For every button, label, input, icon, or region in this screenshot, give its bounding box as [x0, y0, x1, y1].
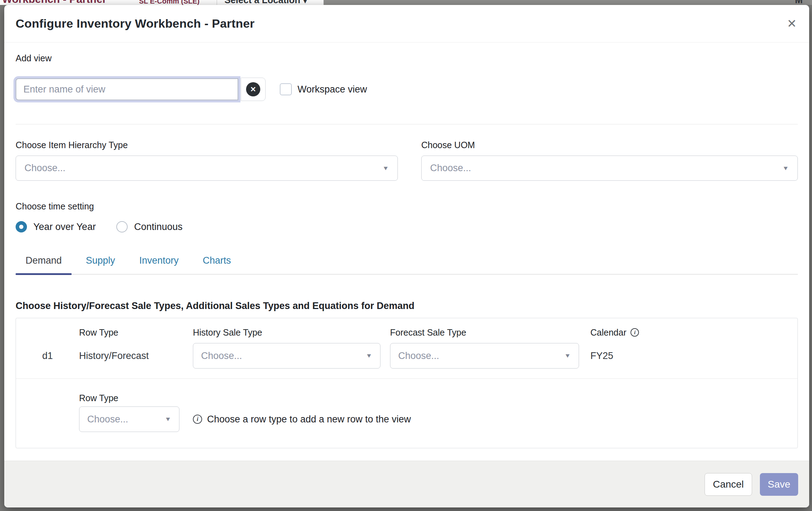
history-sale-type-header: History Sale Type	[193, 326, 390, 339]
add-row-type-cell: Row Type Choose... ▼	[79, 392, 193, 432]
history-sale-type-select[interactable]: Choose... ▼	[193, 343, 380, 369]
add-row-section: Row Type Choose... ▼ i Choose a row type…	[16, 379, 797, 432]
item-hierarchy-field: Choose Item Hierarchy Type Choose... ▼	[16, 139, 398, 181]
radio-year-over-year[interactable]	[16, 221, 27, 232]
close-icon[interactable]: ✕	[785, 16, 798, 31]
clear-input-button[interactable]: ✕	[241, 78, 266, 101]
uom-select[interactable]: Choose... ▼	[421, 156, 798, 181]
time-setting-options: Year over Year Continuous	[16, 220, 798, 233]
radio-continuous-label: Continuous	[134, 221, 183, 232]
calendar-cell: Calendar i FY25	[590, 326, 797, 369]
tab-supply[interactable]: Supply	[76, 256, 125, 274]
tab-charts[interactable]: Charts	[193, 256, 241, 274]
section-divider	[16, 124, 798, 124]
radio-year-over-year-label: Year over Year	[33, 221, 96, 232]
forecast-sale-type-value: Choose...	[398, 350, 439, 361]
chevron-down-icon: ▼	[382, 165, 389, 172]
add-row-hint: i Choose a row type to add a new row to …	[193, 406, 797, 432]
calendar-value: FY25	[590, 343, 797, 369]
info-icon[interactable]: i	[630, 328, 639, 337]
add-row-type-select[interactable]: Choose... ▼	[79, 406, 179, 432]
row-id-cell: d1	[16, 326, 79, 369]
uom-value: Choose...	[430, 163, 471, 174]
calendar-header: Calendar	[590, 326, 626, 339]
table-row: d1 Row Type History/Forecast History Sal…	[16, 318, 797, 379]
add-row-hint-text: Choose a row type to add a new row to th…	[207, 414, 411, 425]
cancel-button[interactable]: Cancel	[705, 473, 752, 496]
workspace-view-label: Workspace view	[297, 84, 367, 95]
tab-bar: Demand Supply Inventory Charts	[16, 256, 798, 275]
add-row-type-value: Choose...	[87, 414, 128, 425]
modal-header: Configure Inventory Workbench - Partner …	[4, 5, 809, 43]
forecast-sale-type-cell: Forecast Sale Type Choose... ▼	[390, 326, 590, 369]
row-type-cell: Row Type History/Forecast	[79, 326, 193, 369]
tab-inventory[interactable]: Inventory	[129, 256, 189, 274]
select-row: Choose Item Hierarchy Type Choose... ▼ C…	[16, 139, 798, 181]
modal-footer: Cancel Save	[4, 461, 809, 507]
tab-demand[interactable]: Demand	[16, 256, 72, 274]
row-id: d1	[16, 343, 79, 369]
history-sale-type-cell: History Sale Type Choose... ▼	[193, 326, 390, 369]
chevron-down-icon: ▼	[782, 165, 789, 172]
add-view-label: Add view	[16, 52, 798, 64]
save-button[interactable]: Save	[760, 473, 798, 496]
item-hierarchy-value: Choose...	[24, 163, 66, 174]
demand-section-heading: Choose History/Forecast Sale Types, Addi…	[16, 299, 798, 312]
forecast-sale-type-select[interactable]: Choose... ▼	[390, 343, 579, 369]
uom-label: Choose UOM	[421, 139, 798, 151]
radio-continuous[interactable]	[116, 221, 128, 232]
history-sale-type-value: Choose...	[201, 350, 242, 361]
row-type-header: Row Type	[79, 326, 193, 339]
chevron-down-icon: ▼	[366, 353, 372, 359]
background-page-subtitle: SL E-Comm (SLE)	[139, 0, 200, 5]
view-name-input[interactable]	[16, 78, 238, 100]
background-page-title: Workbench - Partner	[2, 0, 107, 5]
forecast-sale-type-header: Forecast Sale Type	[390, 326, 590, 339]
uom-field: Choose UOM Choose... ▼	[421, 139, 798, 181]
time-setting-label: Choose time setting	[16, 200, 798, 213]
demand-config-table: d1 Row Type History/Forecast History Sal…	[16, 318, 798, 448]
background-divider	[217, 0, 217, 5]
background-app-header: Workbench - Partner SL E-Comm (SLE) Sele…	[0, 0, 812, 5]
row-type-value: History/Forecast	[79, 343, 193, 369]
chevron-down-icon: ▼	[165, 416, 171, 423]
clear-icon: ✕	[246, 82, 260, 96]
modal-title: Configure Inventory Workbench - Partner	[16, 17, 255, 30]
add-view-row: ✕ Workspace view	[16, 78, 798, 101]
workspace-view-checkbox[interactable]	[280, 83, 292, 95]
background-corner-fragment: M	[795, 0, 803, 5]
chevron-down-icon: ▼	[564, 353, 571, 359]
configure-workbench-modal: Configure Inventory Workbench - Partner …	[4, 5, 809, 507]
item-hierarchy-select[interactable]: Choose... ▼	[16, 156, 398, 181]
background-location-selector: Select a Location ▾	[224, 0, 307, 5]
info-icon: i	[193, 415, 202, 424]
item-hierarchy-label: Choose Item Hierarchy Type	[16, 139, 398, 151]
background-divider	[323, 0, 324, 5]
add-row-type-label: Row Type	[79, 392, 193, 404]
background-dim-area	[323, 0, 812, 5]
modal-body: Add view ✕ Workspace view Choose Item Hi…	[4, 43, 809, 461]
